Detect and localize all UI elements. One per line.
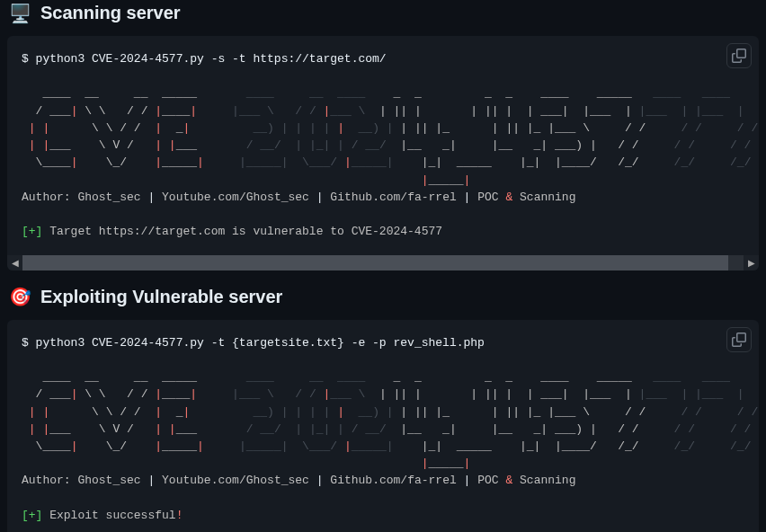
section-heading-scan: 🖥️ Scanning server	[9, 3, 759, 23]
scroll-right-icon[interactable]: ▶	[744, 255, 759, 270]
section-title: Exploiting Vulnerable server	[40, 287, 282, 307]
scroll-left-icon[interactable]: ◀	[7, 255, 22, 270]
scrollbar-thumb[interactable]	[22, 255, 728, 270]
code-block-exploit: $ python3 CVE-2024-4577.py -t {targetsit…	[7, 320, 759, 532]
terminal-output: $ python3 CVE-2024-4577.py -t {targetsit…	[7, 320, 759, 532]
terminal-output: $ python3 CVE-2024-4577.py -s -t https:/…	[7, 36, 759, 255]
code-block-scan: $ python3 CVE-2024-4577.py -s -t https:/…	[7, 36, 759, 270]
target-icon: 🎯	[9, 288, 31, 306]
section-heading-exploit: 🎯 Exploiting Vulnerable server	[9, 287, 759, 307]
copy-icon	[732, 49, 746, 63]
copy-button[interactable]	[726, 43, 752, 68]
copy-button[interactable]	[726, 327, 752, 352]
horizontal-scrollbar[interactable]: ◀ ▶	[7, 255, 759, 270]
copy-icon	[732, 332, 746, 347]
monitor-icon: 🖥️	[9, 4, 31, 22]
section-title: Scanning server	[40, 3, 181, 23]
